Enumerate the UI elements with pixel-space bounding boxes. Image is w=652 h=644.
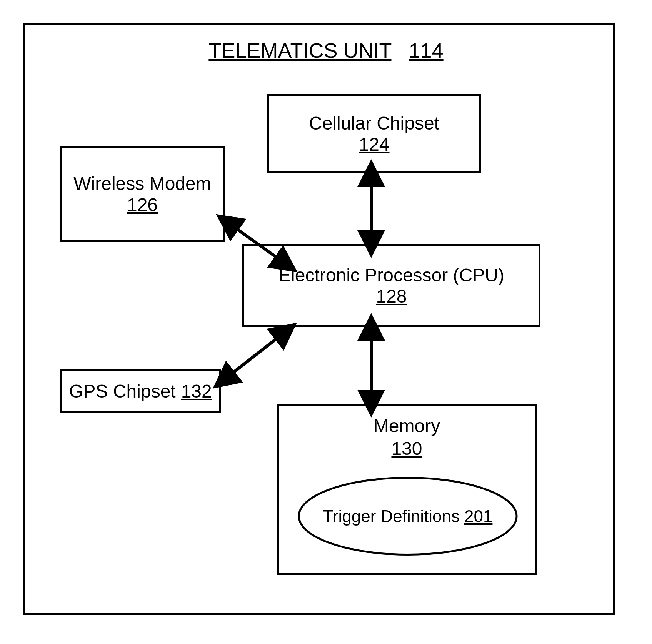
cellular-chipset-label: Cellular Chipset (309, 113, 439, 134)
title-number: 114 (409, 39, 444, 62)
diagram-title: TELEMATICS UNIT 114 (0, 38, 652, 62)
cpu-block: Electronic Processor (CPU) 128 (242, 244, 540, 327)
trigger-definitions-text: Trigger Definitions 201 (296, 475, 519, 557)
trigger-definitions-ellipse: Trigger Definitions 201 (296, 475, 519, 557)
cpu-number: 128 (376, 286, 407, 307)
memory-label: Memory (374, 415, 440, 436)
gps-chipset-block: GPS Chipset 132 (60, 369, 221, 413)
trigger-definitions-number: 201 (464, 507, 492, 526)
gps-chipset-number: 132 (181, 381, 212, 402)
wireless-modem-number: 126 (127, 194, 158, 215)
wireless-modem-block: Wireless Modem 126 (60, 146, 225, 242)
trigger-definitions-label: Trigger Definitions (323, 507, 460, 526)
cellular-chipset-number: 124 (359, 134, 389, 155)
gps-chipset-label: GPS Chipset (69, 381, 175, 402)
memory-number: 130 (391, 438, 422, 459)
wireless-modem-label: Wireless Modem (73, 173, 211, 194)
title-label: TELEMATICS UNIT (208, 39, 391, 62)
cpu-label: Electronic Processor (CPU) (278, 265, 504, 286)
cellular-chipset-block: Cellular Chipset 124 (267, 94, 481, 173)
diagram-canvas: TELEMATICS UNIT 114 Cellular Chipset 124… (0, 0, 652, 644)
